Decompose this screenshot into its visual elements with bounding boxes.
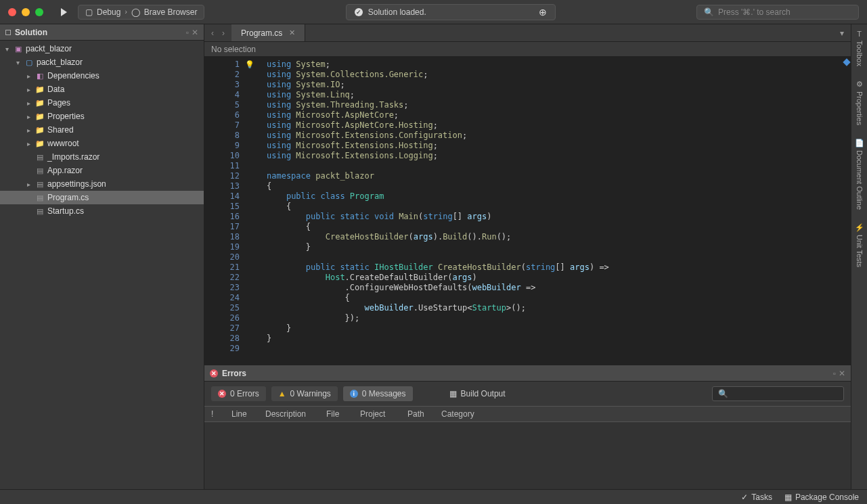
chevron-right-icon[interactable]: ▸ (24, 72, 32, 80)
chevron-right-icon[interactable]: ▸ (24, 127, 32, 134)
chevron-right-icon[interactable]: ▸ (24, 99, 32, 107)
tree-item[interactable]: ▸▤appsettings.json (0, 177, 204, 191)
nav-forward-icon[interactable]: › (222, 28, 225, 38)
code-line[interactable]: public static void Main(string[] args) (267, 212, 609, 222)
code-line[interactable]: using System.IO; (267, 80, 609, 90)
tree-item[interactable]: ▸📁Pages (0, 96, 204, 110)
code-line[interactable]: namespace packt_blazor (267, 171, 609, 181)
tree-item[interactable]: ▸▤Program.cs (0, 191, 204, 204)
panel-close-icon[interactable]: ✕ (839, 369, 845, 378)
status-box[interactable]: ✓ Solution loaded. ⊕ (346, 4, 556, 20)
chevron-right-icon[interactable]: ▸ (24, 140, 32, 147)
cs-icon: ▤ (35, 193, 45, 202)
code-line[interactable]: using System.Collections.Generic; (267, 70, 609, 80)
tab-label: Program.cs (241, 28, 282, 38)
code-line[interactable]: public static IHostBuilder CreateHostBui… (267, 262, 609, 273)
tree-item[interactable]: ▾▢packt_blazor (0, 55, 204, 69)
glyph (245, 293, 259, 303)
code-line[interactable]: using Microsoft.Extensions.Logging; (267, 151, 609, 161)
panel-close-icon[interactable]: ✕ (192, 28, 198, 37)
plus-icon[interactable]: ⊕ (539, 7, 547, 18)
run-button[interactable] (55, 5, 72, 19)
line-number: 2 (204, 70, 240, 80)
tree-item[interactable]: ▾▣packt_blazor (0, 42, 204, 55)
errors-col-header[interactable]: Description (259, 409, 319, 419)
tree-item[interactable]: ▸▤App.razor (0, 164, 204, 177)
tree-item[interactable]: ▸📁Properties (0, 110, 204, 123)
tab-overflow[interactable]: ▾ (833, 24, 851, 41)
code-line[interactable]: }); (267, 313, 609, 323)
code-line[interactable]: using System.Linq; (267, 90, 609, 100)
code-line[interactable]: } (267, 323, 609, 334)
glyph (245, 262, 259, 273)
code-line[interactable]: using Microsoft.Extensions.Hosting; (267, 141, 609, 151)
code-line[interactable]: { (267, 222, 609, 232)
errors-col-header[interactable]: Project (353, 409, 401, 419)
code-line[interactable]: public class Program (267, 191, 609, 202)
build-output-button[interactable]: ▦ Build Output (443, 386, 512, 401)
nav-back-icon[interactable]: ‹ (211, 28, 214, 38)
run-config-selector[interactable]: ▢ Debug › ◯ Brave Browser (78, 5, 204, 20)
code-line[interactable]: webBuilder.UseStartup<Startup>(); (267, 303, 609, 313)
rail-document-outline[interactable]: 📄Document Outline (855, 139, 864, 210)
errors-col-header[interactable]: Line (225, 409, 259, 419)
tree-label: Properties (47, 112, 85, 121)
tasks-button[interactable]: ✓ Tasks (741, 492, 772, 502)
panel-dock-icon[interactable]: ▫ (186, 28, 189, 37)
code-line[interactable]: { (267, 202, 609, 212)
play-icon (61, 8, 67, 16)
line-number: 26 (204, 313, 240, 323)
tab-program-cs[interactable]: Program.cs ✕ (231, 24, 305, 41)
code-line[interactable] (267, 344, 609, 354)
tree-label: Shared (47, 125, 74, 135)
code-content[interactable]: using System;using System.Collections.Ge… (259, 57, 609, 365)
tree-item[interactable]: ▸◧Dependencies (0, 69, 204, 83)
errors-col-header[interactable]: Path (401, 409, 435, 419)
errors-col-header[interactable]: ! (204, 409, 225, 419)
chevron-right-icon[interactable]: ▸ (24, 113, 32, 120)
errors-col-header[interactable]: File (319, 409, 353, 419)
errors-col-header[interactable]: Category (435, 409, 489, 419)
code-line[interactable]: } (267, 334, 609, 344)
code-line[interactable] (267, 252, 609, 262)
rail-properties[interactable]: ⚙Properties (855, 80, 864, 125)
code-line[interactable]: using System.Threading.Tasks; (267, 100, 609, 110)
code-line[interactable]: CreateHostBuilder(args).Build().Run(); (267, 232, 609, 242)
close-button[interactable] (8, 8, 16, 16)
chevron-down-icon[interactable]: ▾ (3, 45, 11, 53)
close-tab-icon[interactable]: ✕ (289, 28, 295, 37)
code-line[interactable]: } (267, 242, 609, 252)
code-line[interactable] (267, 161, 609, 171)
code-line[interactable]: using Microsoft.Extensions.Configuration… (267, 131, 609, 141)
chevron-right-icon[interactable]: ▸ (24, 181, 32, 188)
tree-item[interactable]: ▸▤Startup.cs (0, 204, 204, 218)
chevron-right-icon[interactable]: ▸ (24, 86, 32, 93)
filter-messages[interactable]: i 0 Messages (343, 386, 413, 401)
code-line[interactable]: { (267, 181, 609, 191)
package-console-button[interactable]: ▦ Package Console (784, 492, 859, 502)
filter-errors[interactable]: ✕ 0 Errors (211, 386, 266, 401)
rail-unit-tests[interactable]: ⚡Unit Tests (855, 223, 864, 267)
solution-tree[interactable]: ▾▣packt_blazor▾▢packt_blazor▸◧Dependenci… (0, 41, 204, 219)
code-line[interactable]: .ConfigureWebHostDefaults(webBuilder => (267, 283, 609, 293)
minimize-button[interactable] (22, 8, 30, 16)
tree-item[interactable]: ▸📁Shared (0, 123, 204, 137)
errors-search[interactable]: 🔍 (712, 386, 844, 401)
global-search[interactable]: 🔍 Press '⌘.' to search (696, 5, 859, 20)
maximize-button[interactable] (35, 8, 43, 16)
code-line[interactable]: using Microsoft.AspNetCore; (267, 110, 609, 120)
code-editor[interactable]: 1234567891011121314151617181920212223242… (204, 57, 851, 365)
code-line[interactable]: using System; (267, 60, 609, 70)
filter-warnings[interactable]: ▲ 0 Warnings (271, 386, 338, 401)
code-line[interactable]: Host.CreateDefaultBuilder(args) (267, 273, 609, 283)
code-line[interactable]: using Microsoft.AspNetCore.Hosting; (267, 120, 609, 131)
rail-toolbox[interactable]: TToolbox (855, 30, 864, 66)
tree-item[interactable]: ▸▤_Imports.razor (0, 150, 204, 164)
breadcrumb-bar[interactable]: No selection (204, 42, 851, 57)
tree-item[interactable]: ▸📁wwwroot (0, 137, 204, 150)
code-line[interactable]: { (267, 293, 609, 303)
glyph (245, 191, 259, 202)
panel-dock-icon[interactable]: ▫ (833, 369, 836, 378)
chevron-down-icon[interactable]: ▾ (14, 59, 22, 66)
tree-item[interactable]: ▸📁Data (0, 83, 204, 96)
